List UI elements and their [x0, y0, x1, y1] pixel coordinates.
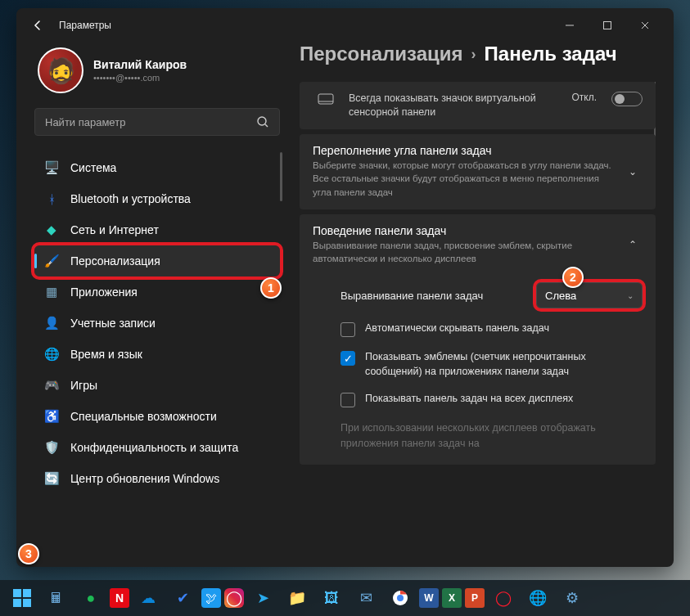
- sidebar-item-personalization[interactable]: 🖌️ Персонализация: [34, 245, 280, 277]
- search-input[interactable]: [45, 116, 256, 128]
- accessibility-icon: ♿: [44, 409, 59, 424]
- user-block[interactable]: 🧔 Виталий Каиров •••••••@•••••.com: [34, 43, 280, 108]
- search-icon: [256, 115, 269, 128]
- overflow-desc: Выберите значки, которые могут отображат…: [313, 159, 613, 200]
- sidebar-item-label: Система: [70, 161, 116, 174]
- taskbar-instagram[interactable]: ◯: [224, 588, 244, 608]
- all-displays-label: Показывать панель задач на всех дисплеях: [365, 392, 573, 407]
- user-name: Виталий Каиров: [93, 58, 187, 71]
- overflow-title: Переполнение угла панели задач: [313, 144, 613, 157]
- sidebar-item-label: Учетные записи: [70, 317, 156, 330]
- behavior-sub-panel: Выравнивание панели задач Слева ⌄ Автома…: [300, 276, 656, 465]
- taskbar: 🖩 ● N ☁ ✔ 🕊 ◯ ➤ 📁 🖼 ✉ W X P ◯ 🌐 ⚙: [0, 580, 690, 616]
- behavior-card[interactable]: Поведение панели задач Выравнивание пане…: [300, 214, 656, 276]
- alignment-select[interactable]: Слева ⌄: [536, 282, 643, 308]
- sidebar-item-label: Конфиденциальность и защита: [70, 441, 238, 454]
- sidebar-scrollbar[interactable]: [280, 152, 282, 201]
- update-icon: 🔄: [44, 471, 59, 486]
- window-title: Параметры: [59, 20, 111, 31]
- taskbar-mail[interactable]: ✉: [350, 582, 381, 614]
- taskbar-explorer[interactable]: 📁: [282, 582, 313, 614]
- taskbar-word[interactable]: W: [419, 588, 439, 608]
- chevron-up-icon[interactable]: ⌃: [623, 224, 643, 266]
- touchpad-icon-card[interactable]: Всегда показывать значок виртуальной сен…: [300, 82, 656, 129]
- taskbar-onedrive[interactable]: ☁: [133, 582, 164, 614]
- sidebar-item-update[interactable]: 🔄 Центр обновления Windows: [34, 463, 280, 494]
- sidebar-item-apps[interactable]: ▦ Приложения: [34, 277, 280, 308]
- sidebar-item-system[interactable]: 🖥️ Система: [34, 152, 280, 183]
- titlebar: Параметры: [16, 8, 674, 43]
- annotation-badge-2: 2: [562, 267, 584, 288]
- taskbar-spotify[interactable]: ●: [75, 582, 106, 614]
- alignment-row: Выравнивание панели задач Слева ⌄: [313, 282, 643, 308]
- back-button[interactable]: [26, 14, 49, 37]
- touchpad-icon-label: Всегда показывать значок виртуальной сен…: [349, 92, 561, 119]
- minimize-button[interactable]: [551, 9, 589, 42]
- auto-hide-checkbox[interactable]: [340, 322, 355, 337]
- apps-icon: ▦: [44, 285, 59, 299]
- svg-point-7: [397, 595, 404, 601]
- sidebar-item-accounts[interactable]: 👤 Учетные записи: [34, 308, 280, 339]
- taskbar-chrome[interactable]: [385, 582, 416, 614]
- auto-hide-row[interactable]: Автоматически скрывать панель задач: [313, 321, 643, 337]
- taskbar-excel[interactable]: X: [442, 588, 462, 608]
- sidebar-item-privacy[interactable]: 🛡️ Конфиденциальность и защита: [34, 432, 280, 463]
- chevron-down-icon[interactable]: ⌄: [623, 144, 643, 200]
- sidebar-item-time-lang[interactable]: 🌐 Время и язык: [34, 339, 280, 370]
- show-badges-label: Показывать эмблемы (счетчик непрочитанны…: [365, 350, 643, 379]
- close-button[interactable]: [626, 9, 664, 42]
- breadcrumb-parent[interactable]: Персонализация: [300, 43, 463, 65]
- multi-display-note: При использовании нескольких дисплеев от…: [313, 420, 643, 452]
- show-badges-row[interactable]: ✓ Показывать эмблемы (счетчик непрочитан…: [313, 350, 643, 379]
- alignment-value: Слева: [545, 290, 576, 302]
- taskbar-telegram[interactable]: ➤: [247, 582, 278, 614]
- svg-rect-1: [604, 22, 611, 29]
- taskbar-settings[interactable]: ⚙: [557, 582, 588, 614]
- sidebar-item-gaming[interactable]: 🎮 Игры: [34, 370, 280, 401]
- overflow-card[interactable]: Переполнение угла панели задач Выберите …: [300, 134, 656, 209]
- search-box[interactable]: [34, 108, 280, 136]
- taskbar-edge[interactable]: 🌐: [522, 582, 553, 614]
- main-panel: Персонализация › Панель задач Всегда пок…: [300, 43, 656, 549]
- sidebar-item-label: Специальные возможности: [70, 410, 217, 423]
- touchpad-switch[interactable]: [611, 92, 643, 106]
- start-button[interactable]: [7, 582, 38, 614]
- taskbar-opera[interactable]: ◯: [488, 582, 519, 614]
- all-displays-checkbox[interactable]: [340, 393, 355, 407]
- user-email: •••••••@•••••.com: [93, 73, 187, 83]
- privacy-icon: 🛡️: [44, 440, 59, 455]
- personalization-icon: 🖌️: [44, 254, 59, 268]
- touchpad-icon: [313, 92, 339, 106]
- breadcrumb-current: Панель задач: [485, 43, 617, 65]
- sidebar-item-label: Bluetooth и устройства: [70, 192, 191, 205]
- taskbar-twitter[interactable]: 🕊: [201, 588, 221, 608]
- system-icon: 🖥️: [44, 160, 59, 175]
- show-badges-checkbox[interactable]: ✓: [340, 351, 355, 366]
- taskbar-netflix[interactable]: N: [110, 588, 129, 608]
- windows-logo-icon: [13, 589, 31, 607]
- behavior-title: Поведение панели задач: [313, 224, 613, 237]
- gaming-icon: 🎮: [44, 378, 59, 393]
- sidebar-item-accessibility[interactable]: ♿ Специальные возможности: [34, 401, 280, 432]
- chevron-right-icon: ›: [471, 46, 476, 63]
- taskbar-calculator[interactable]: 🖩: [41, 582, 72, 614]
- maximize-button[interactable]: [589, 9, 626, 42]
- avatar: 🧔: [38, 47, 83, 93]
- nav-list: 🖥️ Система ᚼ Bluetooth и устройства ◆ Се…: [34, 152, 280, 549]
- all-displays-row[interactable]: Показывать панель задач на всех дисплеях: [313, 392, 643, 407]
- sidebar-item-network[interactable]: ◆ Сеть и Интернет: [34, 214, 280, 245]
- taskbar-todo[interactable]: ✔: [167, 582, 198, 614]
- sidebar-item-label: Персонализация: [70, 254, 160, 268]
- breadcrumb: Персонализация › Панель задач: [300, 43, 656, 65]
- chevron-down-icon: ⌄: [627, 291, 634, 300]
- svg-rect-4: [318, 94, 333, 104]
- annotation-badge-1: 1: [260, 277, 282, 299]
- sidebar-item-label: Сеть и Интернет: [70, 223, 159, 236]
- time-lang-icon: 🌐: [44, 347, 59, 362]
- taskbar-photos[interactable]: 🖼: [316, 582, 347, 614]
- toggle-state: Откл.: [571, 92, 597, 103]
- svg-line-3: [265, 124, 268, 127]
- sidebar-item-bluetooth[interactable]: ᚼ Bluetooth и устройства: [34, 183, 280, 214]
- taskbar-powerpoint[interactable]: P: [465, 588, 485, 608]
- accounts-icon: 👤: [44, 316, 59, 330]
